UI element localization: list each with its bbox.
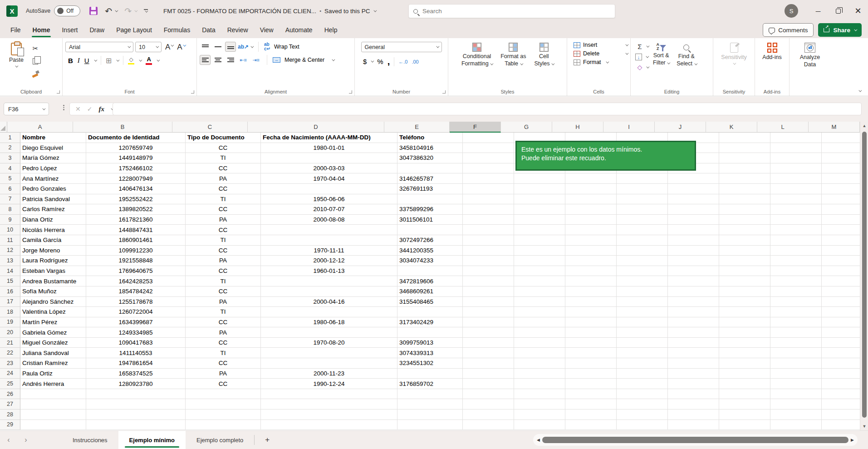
row-header-2[interactable]: 2 <box>0 143 20 153</box>
cell-D28[interactable] <box>261 410 397 420</box>
cell-C25[interactable]: CC <box>186 379 261 389</box>
cell-J14[interactable] <box>668 266 719 276</box>
cell-L3[interactable] <box>770 153 822 163</box>
cell-A23[interactable]: Cristian Ramírez <box>20 358 86 369</box>
cell-J19[interactable] <box>668 317 719 328</box>
cell-I24[interactable] <box>617 369 668 379</box>
cell-C19[interactable]: CC <box>186 317 261 328</box>
cell-E19[interactable]: 3173402429 <box>397 317 463 328</box>
cell-M24[interactable] <box>822 369 860 379</box>
cell-L7[interactable] <box>770 194 822 205</box>
cell-A21[interactable]: Miguel González <box>20 338 86 348</box>
ribbon-tab-draw[interactable]: Draw <box>83 22 110 38</box>
row-header-22[interactable]: 22 <box>0 348 20 358</box>
cell-F5[interactable] <box>463 173 514 184</box>
cell-F15[interactable] <box>463 276 514 286</box>
sheet-prev-button[interactable]: ‹ <box>0 431 17 449</box>
column-header-D[interactable]: D <box>248 122 384 133</box>
addins-button[interactable]: Add-ins <box>758 42 786 62</box>
cell-styles-button[interactable]: CellStyles <box>531 42 556 87</box>
cell-F17[interactable] <box>463 297 514 307</box>
cell-F2[interactable] <box>463 143 514 153</box>
cell-D22[interactable] <box>261 348 397 358</box>
cell-K14[interactable] <box>719 266 770 276</box>
cell-I6[interactable] <box>617 184 668 194</box>
cell-H8[interactable] <box>565 204 617 215</box>
cell-L11[interactable] <box>770 235 822 246</box>
cell-C13[interactable]: PA <box>186 256 261 266</box>
new-sheet-button[interactable]: + <box>255 431 280 449</box>
column-header-H[interactable]: H <box>552 122 603 133</box>
cell-L8[interactable] <box>770 204 822 215</box>
cell-K8[interactable] <box>719 204 770 215</box>
cell-E11[interactable]: 3072497266 <box>397 235 463 246</box>
orientation-chevron-icon[interactable] <box>250 44 254 48</box>
cell-J15[interactable] <box>668 276 719 286</box>
decrease-decimal-button[interactable]: .00 <box>412 59 418 64</box>
cell-A9[interactable]: Diana Ortiz <box>20 215 86 225</box>
cell-C8[interactable]: CC <box>186 204 261 215</box>
cell-L12[interactable] <box>770 246 822 256</box>
cell-K4[interactable] <box>719 163 770 174</box>
wrap-text-button[interactable]: Wrap Text <box>274 44 299 50</box>
cell-K22[interactable] <box>719 348 770 358</box>
copy-button[interactable] <box>30 56 41 66</box>
cell-A15[interactable]: Andrea Bustamante <box>20 276 86 286</box>
cell-E21[interactable]: 3099759013 <box>397 338 463 348</box>
cell-E25[interactable]: 3176859702 <box>397 379 463 389</box>
cell-E28[interactable] <box>397 410 463 420</box>
row-header-25[interactable]: 25 <box>0 379 20 389</box>
cell-H15[interactable] <box>565 276 617 286</box>
cell-B27[interactable] <box>86 399 186 410</box>
cell-D6[interactable] <box>261 184 397 194</box>
cell-J6[interactable] <box>668 184 719 194</box>
cell-J13[interactable] <box>668 256 719 266</box>
cell-F11[interactable] <box>463 235 514 246</box>
cell-L20[interactable] <box>770 327 822 338</box>
cell-H26[interactable] <box>565 389 617 400</box>
ribbon-tab-home[interactable]: Home <box>27 22 56 38</box>
align-left-button[interactable] <box>200 55 211 65</box>
cell-J28[interactable] <box>668 410 719 420</box>
cell-D26[interactable] <box>261 389 397 400</box>
cell-B10[interactable]: 1448847431 <box>86 225 186 235</box>
collapse-ribbon-button[interactable] <box>858 89 862 92</box>
cell-H11[interactable] <box>565 235 617 246</box>
column-header-L[interactable]: L <box>757 122 809 133</box>
cell-J21[interactable] <box>668 338 719 348</box>
cell-L28[interactable] <box>770 410 822 420</box>
cell-C16[interactable]: CC <box>186 286 261 297</box>
ribbon-tab-page-layout[interactable]: Page Layout <box>110 22 158 38</box>
cell-H20[interactable] <box>565 327 617 338</box>
save-icon[interactable] <box>89 7 98 15</box>
cell-I8[interactable] <box>617 204 668 215</box>
cell-J22[interactable] <box>668 348 719 358</box>
cell-F18[interactable] <box>463 307 514 317</box>
cell-J26[interactable] <box>668 389 719 400</box>
scroll-left-icon[interactable]: ◀ <box>537 438 540 442</box>
row-header-6[interactable]: 6 <box>0 184 20 194</box>
cell-C22[interactable]: TI <box>186 348 261 358</box>
autosum-button[interactable]: Σ <box>635 43 648 50</box>
autosave-toggle[interactable]: Off <box>54 5 80 16</box>
cell-E5[interactable]: 3146265787 <box>397 173 463 184</box>
column-header-A[interactable]: A <box>7 122 73 133</box>
cell-B11[interactable]: 1860901461 <box>86 235 186 246</box>
minimize-button[interactable]: ─ <box>808 0 828 22</box>
alignment-dialog-launcher[interactable] <box>349 90 352 94</box>
cell-D29[interactable] <box>261 420 397 430</box>
cell-L2[interactable] <box>770 143 822 153</box>
restore-button[interactable] <box>828 0 848 22</box>
cell-J17[interactable] <box>668 297 719 307</box>
row-header-29[interactable]: 29 <box>0 420 20 430</box>
cell-A22[interactable]: Juliana Sandoval <box>20 348 86 358</box>
cell-A13[interactable]: Laura Rodríguez <box>20 256 86 266</box>
vertical-scrollbar[interactable]: ▲ ▼ <box>860 122 868 430</box>
ribbon-tab-help[interactable]: Help <box>319 22 343 38</box>
cell-H27[interactable] <box>565 399 617 410</box>
cell-A17[interactable]: Alejandro Sánchez <box>20 297 86 307</box>
cell-E18[interactable] <box>397 307 463 317</box>
cell-D24[interactable]: 2000-11-23 <box>261 369 397 379</box>
cell-L18[interactable] <box>770 307 822 317</box>
row-header-3[interactable]: 3 <box>0 153 20 163</box>
